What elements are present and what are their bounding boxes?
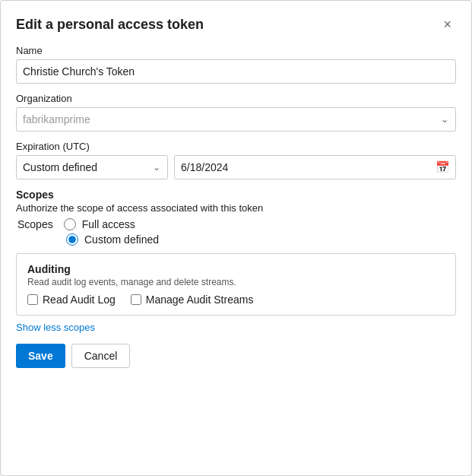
manage-audit-streams-checkbox[interactable] xyxy=(131,294,141,305)
cancel-button[interactable]: Cancel xyxy=(71,344,131,368)
organization-field-group: Organization fabrikamprime ⌄ xyxy=(16,93,456,132)
manage-audit-streams-label[interactable]: Manage Audit Streams xyxy=(146,294,254,306)
scopes-description: Authorize the scope of access associated… xyxy=(16,202,456,214)
custom-defined-radio-item: Custom defined xyxy=(66,233,456,246)
organization-label: Organization xyxy=(16,93,456,104)
full-access-radio[interactable] xyxy=(64,218,76,230)
read-audit-log-label[interactable]: Read Audit Log xyxy=(43,294,116,306)
organization-select-wrapper: fabrikamprime ⌄ xyxy=(16,107,456,132)
save-button[interactable]: Save xyxy=(16,344,65,368)
expiration-label: Expiration (UTC) xyxy=(16,141,456,152)
expiration-row: Custom defined 30 days 60 days 90 days ⌄… xyxy=(16,155,456,179)
auditing-checkboxes: Read Audit Log Manage Audit Streams xyxy=(27,294,445,306)
full-access-label[interactable]: Full access xyxy=(82,218,135,230)
expiration-select-wrapper: Custom defined 30 days 60 days 90 days ⌄ xyxy=(16,155,168,179)
name-field-group: Name xyxy=(16,45,456,84)
name-label: Name xyxy=(16,45,456,56)
read-audit-log-item: Read Audit Log xyxy=(27,294,116,306)
action-buttons: Save Cancel xyxy=(16,344,456,368)
edit-token-dialog: Edit a personal access token × Name Orga… xyxy=(0,0,472,476)
scopes-content-box: Auditing Read audit log events, manage a… xyxy=(16,253,456,316)
scopes-label: Scopes xyxy=(17,218,53,230)
organization-select[interactable]: fabrikamprime xyxy=(16,107,456,132)
full-access-radio-item: Scopes Full access xyxy=(17,218,456,230)
scopes-title: Scopes xyxy=(16,189,456,201)
scopes-section: Scopes Authorize the scope of access ass… xyxy=(16,189,456,246)
expiration-field-group: Expiration (UTC) Custom defined 30 days … xyxy=(16,141,456,179)
dialog-header: Edit a personal access token × xyxy=(16,16,456,33)
date-input-wrapper: 📅 xyxy=(174,155,456,179)
expiration-select[interactable]: Custom defined 30 days 60 days 90 days xyxy=(16,155,168,179)
auditing-category: Auditing Read audit log events, manage a… xyxy=(17,254,455,315)
read-audit-log-checkbox[interactable] xyxy=(27,294,38,305)
dialog-title: Edit a personal access token xyxy=(16,17,204,33)
manage-audit-streams-item: Manage Audit Streams xyxy=(131,294,254,306)
name-input[interactable] xyxy=(16,59,456,84)
custom-defined-label[interactable]: Custom defined xyxy=(84,233,159,246)
close-button[interactable]: × xyxy=(439,16,456,33)
scopes-radio-group: Scopes Full access Custom defined xyxy=(17,218,456,246)
date-input[interactable] xyxy=(174,155,456,179)
show-scopes-link[interactable]: Show less scopes xyxy=(16,322,95,333)
auditing-description: Read audit log events, manage and delete… xyxy=(27,277,445,287)
custom-defined-radio[interactable] xyxy=(66,233,78,246)
auditing-title: Auditing xyxy=(27,263,445,275)
